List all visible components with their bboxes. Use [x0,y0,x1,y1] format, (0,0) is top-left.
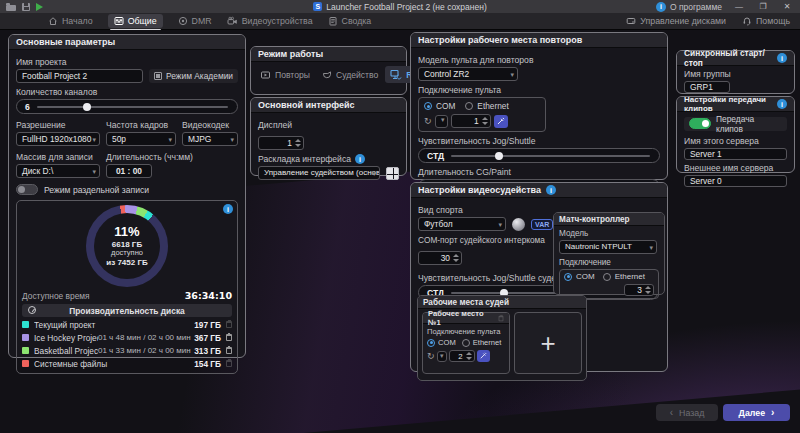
ethernet-radio[interactable] [465,102,473,110]
clip-transfer-toggle-row: Передача клипов [684,117,787,131]
mc-model-select[interactable]: Nautronic NTPULT [559,240,657,254]
fps-label: Частота кадров [106,120,176,130]
disk-row: Ice Hockey Project 01 ч 48 мин / 02 ч 00… [22,331,232,344]
split-record-toggle[interactable] [16,184,38,195]
sync-info-icon[interactable]: i [777,53,787,63]
mc-port-spinner[interactable]: 3 [624,284,654,296]
about-button[interactable]: i О программе [656,2,722,12]
duration-label: Длительность (чч:мм) [106,152,193,162]
info-icon: i [656,2,666,12]
disk-management-button[interactable]: Управление дисками [626,16,726,26]
cg-duration-label: Длительность CG/Paint [418,167,660,177]
disk-percent: 11% [114,224,139,239]
refresh-icon[interactable]: ↻ [427,352,435,361]
refresh-icon[interactable]: ↻ [424,117,432,126]
mode-replays-button[interactable]: Повторы [255,67,315,83]
port-number-spinner[interactable]: 1 [451,114,491,128]
tab-general[interactable]: Общие [108,14,163,28]
add-workplace-button[interactable]: + [514,312,582,374]
record-array-select[interactable]: Диск D:\ [16,164,100,178]
fps-select[interactable]: 50p [106,132,176,146]
ethernet-radio[interactable] [462,339,470,347]
panel-clip-transfer: Настройки передачи клипов i Передача кли… [676,96,795,173]
slider-knob[interactable] [495,152,503,160]
server-name-input[interactable]: Server 1 [684,148,787,160]
ext-server-label: Внешнее имя сервера [684,163,787,173]
tab-summary[interactable]: Сводка [328,16,372,26]
save-icon[interactable] [22,3,30,11]
run-icon[interactable] [36,3,43,11]
settings-icon [114,16,124,26]
panel-work-mode: Режим работы Повторы Судейство R+vR [250,46,407,95]
panel-sync-start-stop: Синхронный старт/стоп i Имя группы GRP1 [676,50,795,94]
maximize-button[interactable]: ❐ [756,2,770,11]
clip-transfer-toggle[interactable] [689,118,711,129]
var-badge[interactable]: VAR [531,219,553,230]
available-time-label: Доступное время [22,291,90,301]
intercom-port-spinner[interactable]: 30 [418,251,462,265]
minimize-button[interactable]: — [732,2,746,11]
swatch [22,347,29,354]
clipboard-icon [328,16,338,26]
console-model-label: Модель пульта для повторов [418,55,660,65]
plug-icon [496,117,505,126]
chevron-right-icon: › [771,408,774,418]
resolution-select[interactable]: FullHD 1920x1080 [16,132,100,146]
display-spinner[interactable]: 1 [258,136,304,150]
open-folder-icon[interactable] [6,5,16,11]
swatch [22,334,29,341]
console-model-select[interactable]: Control ZR2 [418,67,518,81]
sport-select[interactable]: Футбол [418,217,506,231]
com-radio[interactable] [424,102,432,110]
layout-grid-icon[interactable] [386,167,399,180]
window-title: Launcher Football Project 2 (не сохранен… [326,2,487,12]
next-button[interactable]: Далее › [723,404,790,421]
help-button[interactable]: Помощь [742,16,790,26]
mode-judging-button[interactable]: Судейство [317,67,383,83]
com-port-select[interactable] [435,115,448,128]
project-name-input[interactable]: Football Project 2 [16,69,143,83]
group-name-input[interactable]: GRP1 [684,81,730,93]
tab-dmr[interactable]: DMR [178,16,212,26]
trash-icon[interactable] [226,334,232,341]
academy-mode-checkbox[interactable]: Режим Академии [149,69,238,83]
close-button[interactable]: ✕ [780,2,794,11]
trash-icon[interactable] [226,347,232,354]
wp-connection-label: Подключение пульта [427,327,505,336]
com-radio[interactable] [427,339,435,347]
jog-sensitivity-slider[interactable]: СТД [418,148,660,163]
slider-knob[interactable] [83,103,91,111]
tab-video-devices[interactable]: Видеоустройства [227,16,313,26]
available-time-value: 36:34:10 [185,290,232,301]
ethernet-radio[interactable] [603,273,611,281]
record-array-label: Массив для записи [16,152,100,162]
resolution-label: Разрешение [16,120,100,130]
codec-select[interactable]: MJPG [182,132,238,146]
connect-button[interactable] [477,350,490,362]
channels-slider[interactable]: 6 [16,99,238,114]
wp-port-spinner[interactable]: 2 [449,350,475,362]
clips-info-icon[interactable]: i [777,99,787,109]
duration-input[interactable]: 01 : 00 [106,164,152,178]
swatch [22,360,29,367]
subpanel-judge-workplaces: Рабочие места судей Рабочее место №1 Под… [417,295,587,381]
layout-info-icon[interactable]: i [355,154,365,164]
tab-start[interactable]: Начало [48,16,93,26]
camera-icon [227,16,238,26]
com-radio[interactable] [564,273,572,281]
group-name-label: Имя группы [684,69,787,79]
back-button[interactable]: ‹ Назад [656,404,718,421]
disc-icon [178,16,188,26]
connect-button[interactable] [494,115,508,128]
app-window: S Launcher Football Project 2 (не сохран… [0,0,800,433]
layout-label: Раскладка интерфейса [258,154,351,164]
disk-row: Basketball Project 01 ч 33 мин / 02 ч 00… [22,344,232,357]
ext-server-input[interactable]: Server 0 [684,175,787,187]
trash-icon [226,360,232,367]
layout-select[interactable]: Управление судейством (основной) [258,166,380,180]
com-port-select[interactable] [437,351,447,362]
judging-info-icon[interactable]: i [546,185,556,195]
disk-performance-header[interactable]: Производительность диска [22,304,232,317]
disk-info-icon[interactable]: i [223,204,233,214]
app-logo-icon: S [313,2,322,11]
